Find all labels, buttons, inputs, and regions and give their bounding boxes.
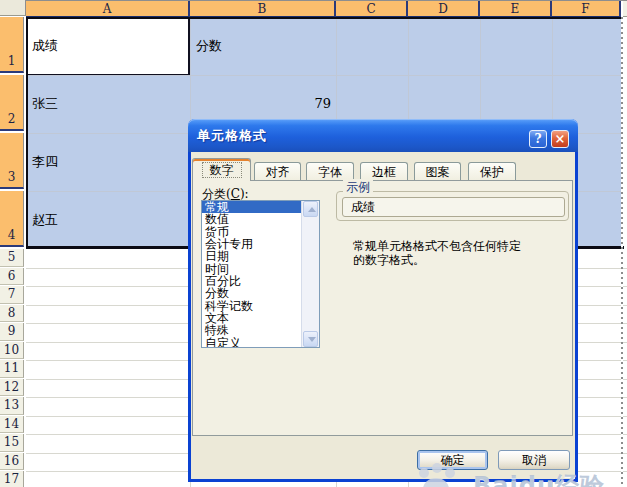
row-header-17[interactable]: 17 [0,471,24,487]
row-header-14[interactable]: 14 [0,416,24,434]
tab-数字[interactable]: 数字 [192,158,251,181]
column-header-sliver [623,1,627,17]
row-header-1[interactable]: 1 [0,17,24,73]
cancel-button[interactable]: 取消 [498,450,570,470]
tab-对齐[interactable]: 对齐 [254,162,301,181]
listbox-scrollbar[interactable] [301,201,319,347]
tab-保护[interactable]: 保护 [468,162,516,181]
row-header-16[interactable]: 16 [0,453,24,471]
cell-A3[interactable]: 李四 [32,153,185,171]
dialog-titlebar[interactable]: 单元格格式 ? × [188,119,578,152]
tab-label: 数字 [202,162,242,178]
cell-A2[interactable]: 张三 [32,95,185,113]
tab-图案[interactable]: 图案 [414,162,461,181]
page-break-line [621,17,623,487]
format-cells-dialog: 单元格格式 ? × 分类(C): 常规数值货币会计专用日期时间百分比分数科学记数… [188,119,578,482]
row-header-15[interactable]: 15 [0,434,24,452]
cell-B1[interactable]: 分数 [196,37,331,55]
selection-border [26,17,621,19]
row-header-4[interactable]: 4 [0,191,24,247]
row-header-9[interactable]: 9 [0,323,24,341]
row-header-7[interactable]: 7 [0,286,24,304]
row-header-13[interactable]: 13 [0,397,24,415]
column-header-C[interactable]: C [336,1,408,17]
close-icon[interactable]: × [551,130,569,148]
row-header-3[interactable]: 3 [0,133,24,189]
cell-A1[interactable]: 成绩 [32,37,185,55]
row-header-8[interactable]: 8 [0,305,24,323]
column-header-E[interactable]: E [480,1,552,17]
excel-window: ABCDEF 1234567891011121314151617 成绩分数张三7… [0,0,627,487]
number-tab-panel: 分类(C): 常规数值货币会计专用日期时间百分比分数科学记数文本特殊自定义 示例… [192,180,573,436]
dialog-title: 单元格格式 [197,127,267,145]
column-header-F[interactable]: F [552,1,621,17]
selection-border [26,17,28,249]
select-all-corner[interactable] [0,0,26,16]
row-header-5[interactable]: 5 [0,249,24,267]
row-header-11[interactable]: 11 [0,360,24,378]
help-icon[interactable]: ? [529,130,547,148]
cell-A4[interactable]: 赵五 [32,211,185,229]
ok-button[interactable]: 确定 [417,450,488,470]
sample-groupbox-label: 示例 [343,179,373,196]
column-header-D[interactable]: D [408,1,480,17]
format-description-line2: 的数字格式。 [353,252,425,269]
sample-value: 成绩 [342,197,565,217]
grid-hline [28,75,621,76]
row-header-12[interactable]: 12 [0,379,24,397]
row-header-10[interactable]: 10 [0,342,24,360]
cell-B2[interactable]: 79 [196,95,331,113]
column-header-B[interactable]: B [190,1,336,17]
scroll-up-icon[interactable] [303,201,318,217]
row-header-6[interactable]: 6 [0,268,24,286]
row-header-2[interactable]: 2 [0,75,24,131]
column-header-A[interactable]: A [26,1,190,17]
scroll-down-icon[interactable] [303,331,318,347]
category-listbox[interactable]: 常规数值货币会计专用日期时间百分比分数科学记数文本特殊自定义 [201,200,320,348]
